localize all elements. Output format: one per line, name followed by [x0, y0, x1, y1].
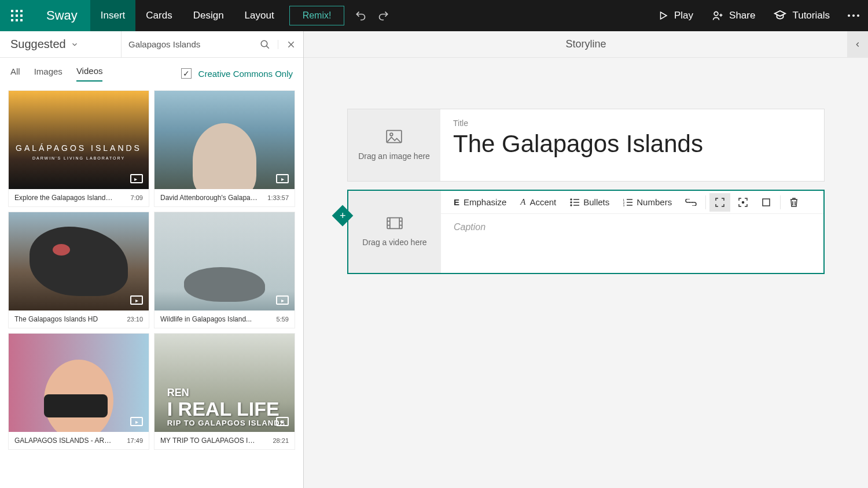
svg-point-11	[848, 14, 850, 17]
image-icon	[386, 130, 402, 143]
share-button[interactable]: Share	[703, 0, 764, 31]
video-icon: ▸	[276, 417, 289, 426]
title-label: Title	[453, 119, 811, 128]
video-meta: David Attenborough's Galapagos... 1:33:5…	[155, 189, 295, 206]
close-icon	[286, 40, 296, 49]
thumb-overlay-text: I REAL LIFE	[167, 399, 286, 419]
menu-cards[interactable]: Cards	[135, 0, 182, 31]
thumb-overlay-text: DARWIN'S LIVING LABORATORY	[16, 156, 142, 160]
svg-text:3: 3	[623, 204, 625, 206]
video-card-body: E Emphasize A Accent Bullets 123	[441, 191, 823, 273]
more-button[interactable]	[839, 0, 868, 31]
search-input[interactable]	[122, 39, 252, 49]
svg-point-14	[261, 40, 267, 47]
video-result[interactable]: REN I REAL LIFE RIP TO GALAPGOS ISLANDS …	[154, 333, 295, 450]
video-drop-zone[interactable]: Drag a video here	[348, 191, 441, 273]
search-icon	[260, 39, 270, 50]
focus-point-button[interactable]	[733, 193, 753, 212]
creative-commons-toggle[interactable]: ✓ Creative Commons Only	[181, 68, 293, 79]
video-card[interactable]: Drag a video here E Emphasize A Accent	[347, 190, 825, 274]
storyline-canvas: Drag an image here Title The Galapagos I…	[304, 58, 868, 488]
remix-button[interactable]: Remix!	[289, 6, 345, 25]
video-icon	[387, 217, 403, 230]
caption-input[interactable]: Caption	[441, 214, 823, 273]
search-box	[122, 31, 303, 57]
svg-marker-9	[660, 12, 667, 19]
result-type-tabs: All Images Videos ✓ Creative Commons Onl…	[0, 58, 303, 83]
video-result[interactable]: ▸ GALAPAGOS ISLANDS - ARE THEY... 17:49	[8, 333, 149, 450]
play-button[interactable]: Play	[649, 0, 703, 31]
svg-rect-3	[11, 14, 13, 17]
collapse-button[interactable]	[847, 31, 868, 58]
video-result[interactable]: ▸ David Attenborough's Galapagos... 1:33…	[154, 90, 295, 207]
app-name: Sway	[34, 0, 90, 31]
tab-all[interactable]: All	[10, 66, 20, 81]
bullets-label: Bullets	[583, 197, 609, 207]
video-result[interactable]: ▸ The Galapagos Islands HD 23:10	[8, 212, 149, 328]
menu-layout[interactable]: Layout	[234, 0, 285, 31]
thumb-overlay-text: REN	[167, 387, 286, 399]
app-launcher-button[interactable]	[0, 0, 34, 31]
emphasize-button[interactable]: E Emphasize	[448, 193, 512, 212]
image-drop-zone[interactable]: Drag an image here	[348, 109, 440, 181]
creative-commons-label: Creative Commons Only	[198, 69, 293, 79]
play-label: Play	[674, 10, 693, 21]
delete-button[interactable]	[784, 193, 804, 212]
video-title: Wildlife in Galapagos Island...	[160, 315, 252, 323]
focus-center-icon	[738, 197, 748, 208]
video-thumbnail: ▸	[9, 212, 149, 310]
video-result[interactable]: ▸ Wildlife in Galapagos Island... 5:59	[154, 212, 295, 328]
svg-rect-6	[11, 19, 13, 21]
undo-button[interactable]	[349, 0, 372, 31]
crop-button[interactable]	[756, 193, 777, 212]
storyline-label: Storyline	[565, 38, 606, 50]
undo-icon	[355, 10, 366, 21]
emphasize-label: Emphasize	[464, 197, 506, 207]
storyline-panel: Storyline Drag an image here Title The G…	[304, 31, 868, 488]
video-icon: ▸	[130, 174, 143, 183]
results-grid: GALÁPAGOS ISLANDS DARWIN'S LIVING LABORA…	[0, 83, 303, 488]
title-card[interactable]: Drag an image here Title The Galapagos I…	[347, 109, 825, 182]
svg-point-27	[571, 199, 572, 200]
bullets-button[interactable]: Bullets	[564, 193, 615, 212]
accent-label: Accent	[529, 197, 556, 207]
numbers-button[interactable]: 123 Numbers	[617, 193, 678, 212]
menu-insert[interactable]: Insert	[90, 0, 136, 31]
tab-videos[interactable]: Videos	[76, 66, 103, 82]
waffle-icon	[11, 10, 23, 21]
tutorials-button[interactable]: Tutorials	[764, 0, 839, 31]
numbers-label: Numbers	[637, 197, 672, 207]
play-icon	[658, 10, 668, 21]
link-button[interactable]	[680, 193, 702, 212]
card-toolbar: E Emphasize A Accent Bullets 123	[441, 191, 823, 214]
focus-auto-button[interactable]	[709, 193, 730, 212]
checkbox-checked-icon: ✓	[181, 68, 192, 79]
accent-button[interactable]: A Accent	[514, 193, 562, 212]
source-dropdown[interactable]: Suggested	[0, 31, 122, 57]
video-duration: 7:09	[131, 194, 143, 201]
video-result[interactable]: GALÁPAGOS ISLANDS DARWIN'S LIVING LABORA…	[8, 90, 149, 207]
share-label: Share	[729, 10, 755, 21]
bullets-icon	[570, 198, 579, 206]
video-icon: ▸	[276, 295, 289, 305]
insert-panel: Suggested All Images Videos ✓ Creative C…	[0, 31, 304, 488]
svg-point-31	[571, 205, 572, 206]
svg-point-13	[857, 14, 859, 17]
redo-button[interactable]	[372, 0, 395, 31]
svg-point-10	[714, 12, 718, 16]
svg-point-29	[571, 202, 572, 203]
title-text[interactable]: The Galapagos Islands	[453, 130, 811, 158]
menu-design[interactable]: Design	[183, 0, 234, 31]
video-icon: ▸	[130, 417, 143, 426]
tab-images[interactable]: Images	[34, 66, 62, 81]
search-button[interactable]	[252, 39, 278, 50]
close-panel-button[interactable]	[278, 40, 303, 49]
link-icon	[685, 199, 697, 206]
video-duration: 28:21	[273, 437, 289, 444]
video-meta: MY TRIP TO GALAPAGOS ISLANDS... 28:21	[155, 432, 295, 449]
video-meta: The Galapagos Islands HD 23:10	[9, 310, 149, 328]
italic-icon: A	[520, 197, 525, 207]
video-meta: GALAPAGOS ISLANDS - ARE THEY... 17:49	[9, 432, 149, 449]
video-thumbnail: REN I REAL LIFE RIP TO GALAPGOS ISLANDS …	[155, 334, 295, 432]
video-title: GALAPAGOS ISLANDS - ARE THEY...	[14, 437, 113, 445]
